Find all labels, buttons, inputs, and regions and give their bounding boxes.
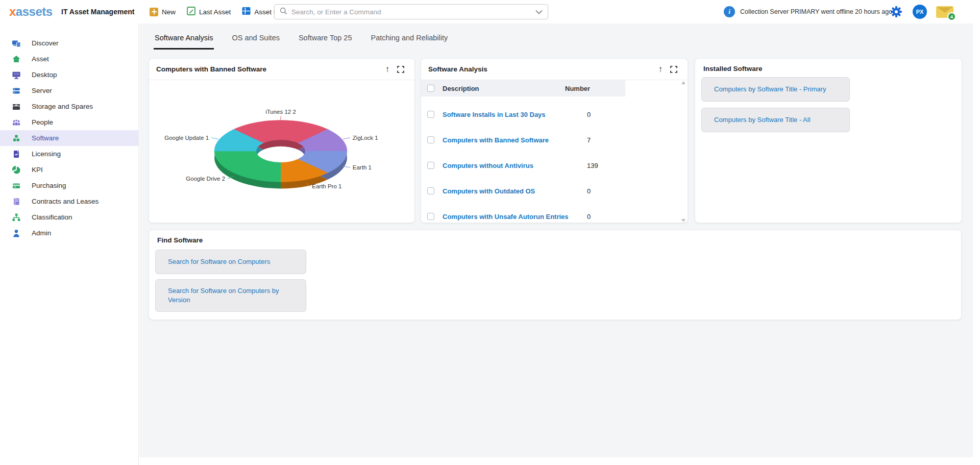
org-tree-icon: [12, 213, 21, 222]
people-icon: [12, 118, 21, 127]
row-link[interactable]: Software Installs in Last 30 Days: [443, 111, 546, 118]
sidebar-item-discover[interactable]: Discover: [0, 35, 138, 51]
search-input[interactable]: [291, 8, 535, 16]
person-icon: [12, 229, 21, 238]
row-checkbox[interactable]: [427, 187, 434, 194]
installed-software-panel: Installed Software Computers by Software…: [695, 58, 962, 223]
command-search[interactable]: [274, 4, 548, 19]
plus-icon: [150, 8, 158, 16]
row-value: 0: [587, 187, 591, 195]
svg-text:Earth 1: Earth 1: [353, 164, 372, 170]
select-all-checkbox[interactable]: [427, 85, 434, 92]
row-checkbox[interactable]: [427, 111, 434, 118]
house-icon: [12, 55, 21, 64]
computers-by-title-primary-button[interactable]: Computers by Software Title - Primary: [701, 77, 850, 102]
panel-title: Find Software: [157, 236, 203, 244]
sidebar-item-contracts[interactable]: Contracts and Leases: [0, 193, 138, 209]
up-arrow-icon[interactable]: ↑: [381, 63, 394, 76]
row-link[interactable]: Computers with Banned Software: [443, 136, 549, 144]
column-description: Description: [443, 85, 479, 92]
info-icon: i: [724, 6, 735, 17]
edit-icon: [187, 7, 195, 17]
table-scrollbar[interactable]: [681, 81, 686, 222]
svg-text:ZigLock 1: ZigLock 1: [353, 135, 378, 141]
row-link[interactable]: Computers without Antivirus: [443, 162, 533, 169]
sidebar-item-people[interactable]: People: [0, 114, 138, 130]
credit-card-icon: [12, 181, 21, 190]
table-header: Description Number: [421, 80, 625, 96]
scroll-down-icon[interactable]: [681, 219, 685, 222]
fullscreen-icon[interactable]: [394, 63, 407, 76]
computers-by-title-all-button[interactable]: Computers by Software Title - All: [701, 108, 850, 132]
svg-text:Google Drive 2: Google Drive 2: [186, 176, 225, 182]
box-icon: [12, 102, 21, 111]
sidebar-item-asset[interactable]: Asset: [0, 51, 138, 67]
sidebar-item-storage[interactable]: Storage and Spares: [0, 99, 138, 114]
tab-patching-reliability[interactable]: Patching and Reliability: [370, 30, 449, 50]
page-title: IT Asset Management: [61, 8, 134, 16]
row-link[interactable]: Computers with Unsafe Autorun Entries: [443, 213, 569, 221]
row-value: 0: [587, 111, 591, 118]
main-content: Software Analysis OS and Suites Software…: [139, 23, 973, 457]
search-software-button[interactable]: Search for Software on Computers: [155, 250, 306, 274]
row-checkbox[interactable]: [427, 213, 434, 220]
scroll-up-icon[interactable]: [681, 81, 685, 84]
sidebar-item-admin[interactable]: Admin: [0, 225, 138, 241]
sidebar-item-purchasing[interactable]: Purchasing: [0, 178, 138, 193]
banned-software-donut-chart[interactable]: iTunes 12 2ZigLock 1Earth 1Earth Pro 1Go…: [149, 80, 415, 223]
tab-software-top-25[interactable]: Software Top 25: [298, 30, 353, 50]
row-value: 0: [587, 213, 591, 221]
find-software-panel: Find Software Search for Software on Com…: [149, 230, 962, 320]
app-header: xassets IT Asset Management New Last Ass…: [0, 0, 980, 23]
fullscreen-icon[interactable]: [667, 63, 680, 76]
up-arrow-icon[interactable]: ↑: [654, 63, 667, 76]
svg-text:iTunes 12 2: iTunes 12 2: [265, 109, 296, 115]
notification-banner[interactable]: i Collection Server PRIMARY went offline…: [724, 0, 892, 23]
notification-text: Collection Server PRIMARY went offline 2…: [740, 8, 892, 15]
column-number: Number: [565, 85, 590, 92]
new-button[interactable]: New: [150, 8, 176, 16]
row-checkbox[interactable]: [427, 136, 434, 143]
mail-badge: 4: [947, 12, 956, 21]
server-icon: [12, 86, 21, 95]
devices-icon: [12, 39, 21, 48]
row-checkbox[interactable]: [427, 162, 434, 169]
software-analysis-panel: Software Analysis ↑ Description Number S…: [421, 58, 688, 223]
svg-text:Google Update 1: Google Update 1: [164, 135, 209, 141]
mail-icon[interactable]: 4: [936, 6, 953, 18]
grid-icon: [242, 7, 251, 17]
sidebar-item-server[interactable]: Server: [0, 83, 138, 99]
table-row: Computers with Banned Software 7: [421, 127, 676, 153]
row-value: 139: [587, 162, 598, 169]
sidebar-nav: Discover Asset Desktop Server Storage an…: [0, 23, 139, 465]
settings-gear-icon[interactable]: [890, 6, 902, 20]
table-row: Computers with Outdated OS 0: [421, 178, 676, 204]
tab-os-and-suites[interactable]: OS and Suites: [231, 30, 281, 50]
tab-bar: Software Analysis OS and Suites Software…: [154, 30, 449, 50]
sidebar-item-licensing[interactable]: Licensing: [0, 146, 138, 162]
chevron-down-icon[interactable]: [535, 7, 543, 16]
last-asset-button[interactable]: Last Asset: [187, 7, 231, 17]
book-icon: [12, 197, 21, 206]
table-row: Software Installs in Last 30 Days 0: [421, 102, 676, 127]
svg-text:Earth Pro 1: Earth Pro 1: [312, 183, 341, 189]
table-row: Computers with Unsafe Autorun Entries 0: [421, 204, 676, 223]
sidebar-item-classification[interactable]: Classification: [0, 209, 138, 225]
tab-software-analysis[interactable]: Software Analysis: [154, 30, 214, 50]
table-row: Computers without Antivirus 139: [421, 153, 676, 178]
row-link[interactable]: Computers with Outdated OS: [443, 187, 535, 195]
panel-title: Software Analysis: [428, 65, 487, 73]
document-icon: [12, 150, 21, 159]
row-value: 7: [587, 136, 591, 144]
user-avatar[interactable]: PX: [913, 5, 927, 19]
cubes-icon: [12, 134, 21, 143]
banned-software-panel: Computers with Banned Software ↑ iTunes …: [149, 58, 415, 223]
sidebar-item-software[interactable]: Software: [0, 130, 138, 146]
panel-title: Computers with Banned Software: [156, 65, 266, 73]
pie-icon: [12, 165, 21, 175]
sidebar-item-kpi[interactable]: KPI: [0, 162, 138, 178]
xassets-logo[interactable]: xassets: [9, 5, 53, 19]
search-software-by-version-button[interactable]: Search for Software on Computers by Vers…: [155, 279, 306, 312]
monitor-icon: [12, 70, 21, 80]
sidebar-item-desktop[interactable]: Desktop: [0, 67, 138, 83]
